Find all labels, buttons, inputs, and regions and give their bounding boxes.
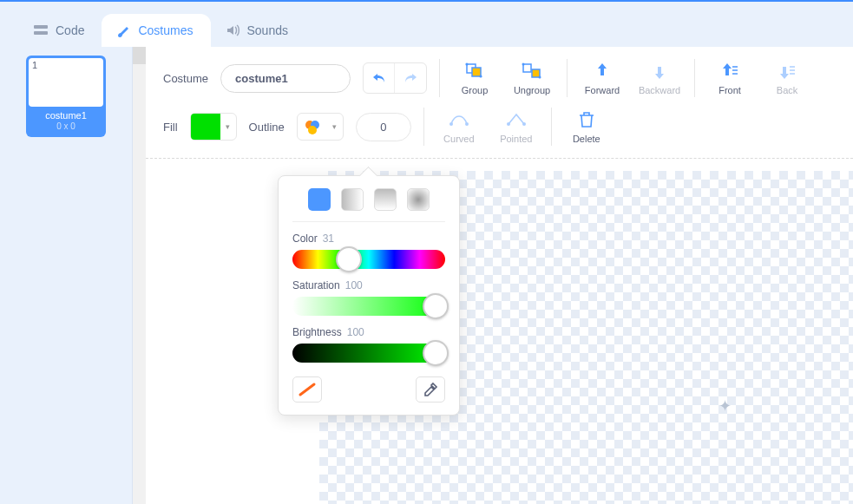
chevron-down-icon: ▾ bbox=[220, 114, 236, 140]
group-button[interactable]: Group bbox=[452, 61, 497, 95]
separator bbox=[439, 59, 440, 97]
svg-point-13 bbox=[449, 122, 453, 126]
code-icon bbox=[33, 23, 49, 38]
svg-point-9 bbox=[539, 76, 541, 79]
brush-icon bbox=[115, 23, 131, 38]
toolbar-row-2: Fill ▾ Outline ▾ Curved Pointed bbox=[146, 104, 853, 158]
ungroup-button[interactable]: Ungroup bbox=[509, 61, 554, 95]
redo-button[interactable] bbox=[395, 63, 426, 93]
brightness-slider-label: Brightness bbox=[292, 326, 342, 338]
ungroup-label: Ungroup bbox=[514, 85, 550, 95]
back-icon bbox=[777, 61, 797, 82]
fill-mode-solid[interactable] bbox=[308, 188, 331, 211]
backward-icon bbox=[649, 61, 670, 82]
tab-sounds-label: Sounds bbox=[247, 23, 288, 37]
svg-rect-1 bbox=[34, 31, 48, 35]
costume-list-panel: 1 costume1 0 x 0 bbox=[0, 47, 146, 504]
outline-swatch[interactable]: ▾ bbox=[297, 113, 344, 141]
brightness-slider-value: 100 bbox=[347, 326, 364, 338]
costume-size-label: 0 x 0 bbox=[29, 121, 103, 134]
svg-rect-0 bbox=[34, 25, 48, 29]
eyedropper-button[interactable] bbox=[416, 376, 445, 403]
outline-color-preview bbox=[298, 114, 327, 140]
forward-icon bbox=[592, 61, 613, 82]
costume-thumbnail[interactable]: 1 costume1 0 x 0 bbox=[26, 56, 106, 137]
costume-name-input[interactable] bbox=[220, 64, 351, 93]
outline-width-input[interactable] bbox=[356, 113, 411, 141]
tab-bar: Code Costumes Sounds bbox=[0, 0, 853, 47]
svg-rect-6 bbox=[523, 64, 531, 72]
separator bbox=[423, 108, 424, 146]
svg-point-5 bbox=[479, 75, 482, 77]
paint-editor: Costume Group Ungroup Forward bbox=[146, 47, 853, 504]
color-slider-value: 31 bbox=[323, 232, 334, 245]
fill-mode-horizontal-gradient[interactable] bbox=[341, 188, 364, 211]
separator bbox=[551, 108, 552, 146]
tab-code-label: Code bbox=[56, 23, 84, 37]
back-label: Back bbox=[777, 85, 797, 95]
front-icon bbox=[719, 61, 740, 82]
crosshair-icon: ✦ bbox=[718, 396, 732, 416]
saturation-slider-value: 100 bbox=[345, 279, 363, 291]
tab-code[interactable]: Code bbox=[19, 14, 102, 47]
front-label: Front bbox=[718, 85, 741, 95]
forward-button[interactable]: Forward bbox=[580, 61, 625, 95]
pointed-button[interactable]: Pointed bbox=[494, 109, 539, 144]
brightness-slider-block: Brightness100 bbox=[292, 326, 445, 363]
saturation-slider-label: Saturation bbox=[292, 279, 340, 291]
color-picker-popover: Color31 Saturation100 Brightness100 bbox=[278, 175, 460, 416]
group-icon bbox=[464, 61, 485, 82]
costume-field-label: Costume bbox=[163, 72, 208, 85]
group-label: Group bbox=[462, 85, 489, 95]
curved-button[interactable]: Curved bbox=[436, 109, 482, 144]
color-slider-block: Color31 bbox=[292, 232, 445, 269]
svg-rect-7 bbox=[532, 69, 540, 77]
ungroup-icon bbox=[522, 61, 542, 82]
delete-label: Delete bbox=[573, 134, 600, 144]
costume-index: 1 bbox=[32, 60, 37, 70]
svg-point-15 bbox=[507, 122, 510, 126]
pointed-label: Pointed bbox=[500, 134, 532, 144]
workspace: 1 costume1 0 x 0 Costume Group Ungroup bbox=[0, 47, 853, 504]
svg-rect-3 bbox=[472, 68, 481, 76]
backward-label: Backward bbox=[639, 85, 680, 95]
trash-icon bbox=[576, 109, 597, 130]
svg-point-16 bbox=[522, 122, 526, 126]
divider bbox=[146, 158, 853, 159]
sound-icon bbox=[225, 23, 240, 38]
color-picker-footer bbox=[292, 376, 445, 403]
slider-thumb[interactable] bbox=[423, 293, 449, 319]
brightness-slider[interactable] bbox=[292, 344, 445, 363]
svg-line-17 bbox=[300, 384, 314, 395]
fill-swatch[interactable]: ▾ bbox=[190, 113, 237, 141]
chevron-down-icon: ▾ bbox=[327, 114, 343, 140]
separator bbox=[567, 59, 568, 97]
no-fill-button[interactable] bbox=[292, 376, 322, 403]
fill-mode-row bbox=[292, 188, 445, 222]
fill-mode-vertical-gradient[interactable] bbox=[374, 188, 397, 211]
pointed-icon bbox=[506, 109, 527, 130]
fill-color-preview bbox=[191, 114, 220, 140]
delete-button[interactable]: Delete bbox=[564, 109, 609, 144]
backward-button[interactable]: Backward bbox=[637, 61, 682, 95]
undo-redo-group bbox=[363, 62, 427, 94]
slider-thumb[interactable] bbox=[423, 340, 449, 366]
color-slider-label: Color bbox=[292, 232, 318, 245]
front-button[interactable]: Front bbox=[707, 61, 752, 95]
scrollbar[interactable] bbox=[132, 47, 146, 504]
color-slider[interactable] bbox=[292, 250, 445, 269]
saturation-slider[interactable] bbox=[292, 297, 445, 316]
separator bbox=[694, 59, 695, 97]
saturation-slider-block: Saturation100 bbox=[292, 279, 445, 316]
slider-thumb[interactable] bbox=[336, 246, 362, 272]
fill-mode-radial-gradient[interactable] bbox=[407, 188, 430, 211]
costume-name-label: costume1 bbox=[29, 107, 103, 121]
tab-costumes-label: Costumes bbox=[138, 23, 193, 37]
tab-sounds[interactable]: Sounds bbox=[211, 14, 305, 47]
tab-costumes[interactable]: Costumes bbox=[102, 14, 210, 47]
undo-button[interactable] bbox=[364, 63, 395, 93]
svg-point-4 bbox=[465, 62, 468, 65]
back-button[interactable]: Back bbox=[764, 61, 810, 95]
svg-point-8 bbox=[522, 63, 525, 66]
svg-point-12 bbox=[308, 126, 317, 134]
